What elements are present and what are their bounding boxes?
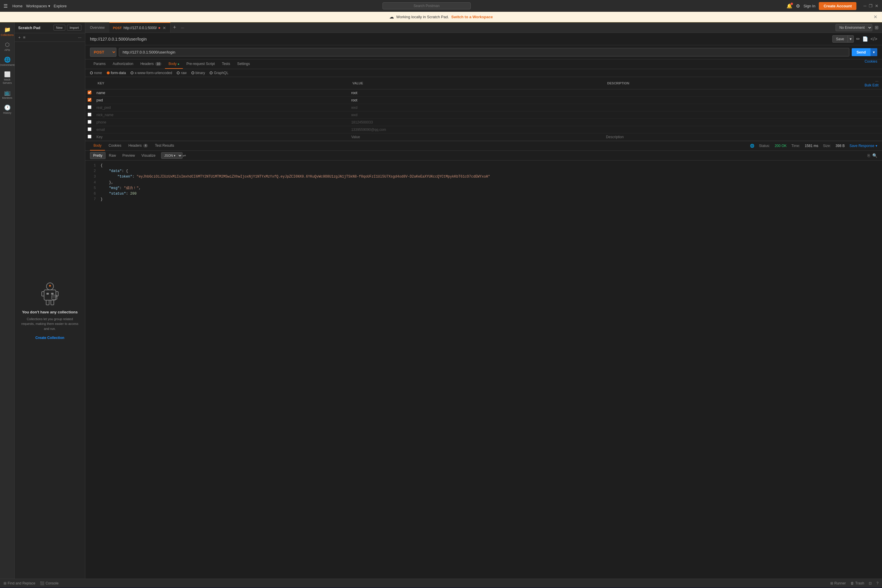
viewer-tab-visualize[interactable]: Visualize [138, 152, 159, 159]
method-selector[interactable]: POST [90, 48, 116, 57]
row-key-input[interactable] [96, 91, 346, 95]
filter-icon[interactable]: ≡ [23, 35, 25, 40]
sidebar-item-monitors[interactable]: 📺 Monitors [0, 88, 14, 101]
help-button[interactable]: ? [876, 581, 879, 585]
tab-body[interactable]: Body ● [165, 59, 183, 69]
send-dropdown-button[interactable]: ▾ [870, 48, 877, 56]
row-key-input[interactable] [96, 98, 346, 102]
cookies-link[interactable]: Cookies [865, 57, 877, 66]
row-description-input[interactable] [606, 113, 856, 117]
notifications-icon[interactable]: 🔔 [786, 3, 792, 9]
row-description-input[interactable] [606, 98, 856, 102]
search-input[interactable] [382, 2, 471, 9]
code-request-icon[interactable]: </> [870, 36, 877, 42]
close-icon[interactable]: ✕ [875, 3, 879, 8]
tab-headers[interactable]: Headers 10 [137, 59, 165, 69]
tab-add-button[interactable]: + [171, 24, 178, 31]
banner-switch-link[interactable]: Switch to a Workspace [451, 15, 493, 19]
row-value-input[interactable] [351, 128, 602, 132]
row-key-input[interactable] [96, 135, 346, 139]
sidebar-item-history[interactable]: 🕐 History [0, 103, 14, 116]
row-checkbox[interactable] [88, 135, 92, 138]
new-button[interactable]: New [54, 25, 65, 31]
tab-close-button[interactable]: ✕ [162, 26, 167, 30]
minimize-icon[interactable]: ─ [864, 3, 866, 8]
row-checkbox[interactable] [88, 90, 92, 94]
row-key-input[interactable] [96, 120, 346, 124]
workspaces-menu[interactable]: Workspaces ▾ [26, 4, 50, 8]
tab-more-button[interactable]: ··· [178, 25, 187, 30]
tab-settings[interactable]: Settings [234, 59, 254, 69]
banner-close-icon[interactable]: ✕ [873, 14, 877, 20]
console-button[interactable]: ⬛ Console [40, 581, 58, 585]
row-checkbox[interactable] [88, 105, 92, 109]
home-link[interactable]: Home [12, 4, 22, 8]
resp-tab-body[interactable]: Body [90, 141, 105, 150]
wrap-icon[interactable]: ⇌ [183, 153, 186, 158]
radio-graphql[interactable]: GraphQL [210, 71, 228, 75]
send-button[interactable]: Send [852, 48, 870, 56]
more-collections-icon[interactable]: ··· [78, 35, 81, 40]
tab-pre-request[interactable]: Pre-request Script [183, 59, 219, 69]
save-dropdown-button[interactable]: ▾ [848, 36, 854, 42]
row-value-input[interactable] [351, 105, 602, 110]
save-response-button[interactable]: Save Response ▾ [849, 144, 877, 148]
url-input[interactable] [119, 48, 849, 57]
row-checkbox[interactable] [88, 127, 92, 131]
resp-tab-headers[interactable]: Headers 4 [125, 141, 152, 150]
sign-in-button[interactable]: Sign In [804, 4, 815, 8]
add-collection-icon[interactable]: + [18, 35, 21, 40]
row-key-input[interactable] [96, 105, 346, 110]
row-value-input[interactable] [351, 98, 602, 102]
row-description-input[interactable] [606, 135, 856, 139]
trash-button[interactable]: 🗑 Trash [850, 581, 864, 585]
radio-binary[interactable]: binary [191, 71, 205, 75]
radio-none[interactable]: none [90, 71, 102, 75]
row-value-input[interactable] [351, 135, 602, 139]
row-value-input[interactable] [351, 120, 602, 124]
table-more-button[interactable]: ··· [875, 79, 879, 83]
row-key-input[interactable] [96, 113, 346, 117]
find-replace-button[interactable]: ⊞ Find and Replace [3, 581, 35, 585]
resp-tab-cookies[interactable]: Cookies [105, 141, 124, 150]
row-description-input[interactable] [606, 105, 856, 110]
row-description-input[interactable] [606, 128, 856, 132]
doc-request-icon[interactable]: 📄 [862, 36, 868, 42]
row-key-input[interactable] [96, 128, 346, 132]
viewer-tab-pretty[interactable]: Pretty [90, 152, 105, 159]
import-button[interactable]: Import [67, 25, 81, 31]
tab-params[interactable]: Params [90, 59, 109, 69]
sidebar-item-mock-servers[interactable]: ⬜ Mock Servers [0, 69, 14, 86]
create-account-button[interactable]: Create Account [819, 2, 856, 10]
layout-view-icon[interactable]: ⊞ [874, 25, 879, 30]
resp-tab-test-results[interactable]: Test Results [152, 141, 178, 150]
radio-urlencoded[interactable]: x-www-form-urlencoded [130, 71, 172, 75]
hamburger-icon[interactable]: ☰ [3, 3, 8, 9]
bulk-edit-button[interactable]: Bulk Edit [865, 83, 879, 87]
layout-button[interactable]: ⊡ [869, 581, 872, 585]
row-checkbox[interactable] [88, 112, 92, 116]
sidebar-item-apis[interactable]: ⬡ APIs [0, 40, 14, 54]
maximize-icon[interactable]: ❐ [869, 3, 873, 8]
edit-request-icon[interactable]: ✏ [856, 36, 860, 42]
save-button[interactable]: Save [832, 36, 848, 42]
viewer-tab-raw[interactable]: Raw [105, 152, 119, 159]
radio-form-data[interactable]: form-data [107, 71, 126, 75]
runner-button[interactable]: ⊞ Runner [830, 581, 846, 585]
search-response-icon[interactable]: 🔍 [872, 153, 877, 158]
settings-icon[interactable]: ⚙ [796, 3, 800, 9]
row-value-input[interactable] [351, 91, 602, 95]
viewer-tab-preview[interactable]: Preview [119, 152, 138, 159]
sidebar-item-environments[interactable]: 🌐 Environments [0, 55, 14, 69]
tab-tests[interactable]: Tests [219, 59, 234, 69]
overview-tab[interactable]: Overview [85, 22, 110, 33]
row-description-input[interactable] [606, 91, 856, 95]
row-checkbox[interactable] [88, 98, 92, 102]
row-description-input[interactable] [606, 120, 856, 124]
globe-icon[interactable]: 🌐 [750, 144, 754, 148]
environment-selector[interactable]: No Environment [836, 24, 872, 31]
row-value-input[interactable] [351, 113, 602, 117]
active-request-tab[interactable]: POST http://127.0.0.1:5000/ ✕ [110, 22, 171, 33]
tab-authorization[interactable]: Authorization [109, 59, 137, 69]
radio-raw[interactable]: raw [177, 71, 186, 75]
